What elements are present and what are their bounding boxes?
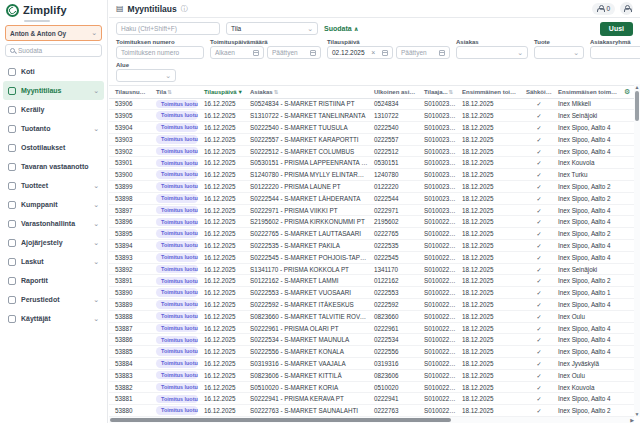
scroll-up-icon[interactable]: ▲ [635,84,640,90]
table-row[interactable]: 53901Toimitus luotu16.12.2025S0530151 - … [109,157,634,169]
cell-order-date: 16.12.2025 [201,228,247,240]
cell-first-delivery-date: 18.12.2025 [459,157,523,169]
sidebar-item-ostotilaukset[interactable]: Ostotilaukset [3,138,104,157]
cell-order-date: 16.12.2025 [201,181,247,193]
column-header-gear[interactable]: ⚙ [621,86,634,98]
cell-first-delivery-location: Inex Kouvola [555,157,621,169]
order-date-from-input[interactable]: 02.12.2025 × [327,46,393,59]
sidebar-item-keräily[interactable]: Keräily [3,100,104,119]
cell-first-delivery-location: Inex Sipoo, Aalto 4 [555,216,621,228]
table-row[interactable]: 53884Toimitus luotu16.12.2025S0319316 - … [109,358,634,370]
sidebar-item-ajojärjestely[interactable]: Ajojärjestely⌄ [3,233,104,252]
table-row[interactable]: 53902Toimitus luotu16.12.2025S0222512 - … [109,145,634,157]
vertical-scroll-thumb[interactable] [635,91,639,121]
table-row[interactable]: 53887Toimitus luotu16.12.2025S0222961 - … [109,322,634,334]
info-icon[interactable]: ⓘ [181,5,188,12]
table-row[interactable]: 53883Toimitus luotu16.12.2025S0823606 - … [109,369,634,381]
sidebar-item-laskut[interactable]: Laskut⌄ [3,252,104,271]
product-select[interactable]: ⌄ [534,46,584,59]
column-header-nro[interactable]: Tilausnumero⇅ [109,86,153,98]
column-header-tilaaja[interactable]: Tilaaja...⇅ [421,86,459,98]
horizontal-scroll-thumb[interactable] [110,418,451,422]
cell-external-customer: 0524834 [371,98,421,110]
cell-first-delivery-location: Inex Sipoo, Aalto 2 [555,228,621,240]
customer-select[interactable]: ⌄ [456,46,528,59]
column-header-ulkoinen[interactable]: Ulkoinen asiakas...⇅ [371,86,421,98]
sidebar-item-varastonhallinta[interactable]: Varastonhallinta⌄ [3,214,104,233]
dispatch-icon [8,239,16,247]
table-row[interactable]: 53905Toimitus luotu16.12.2025S1310722 - … [109,110,634,122]
table-row[interactable]: 53897Toimitus luotu16.12.2025S0222971 - … [109,204,634,216]
cell-actions [621,275,634,287]
topbar: ▤ Myyntitilaus ⓘ 0 [109,0,640,18]
cell-order-date: 16.12.2025 [201,169,247,181]
delivery-number-input[interactable]: Toimituksen numero [116,46,204,59]
avatar-button[interactable] [620,2,633,15]
scroll-down-icon[interactable]: ▼ [635,411,640,417]
table-row[interactable]: 53894Toimitus luotu16.12.2025S0222535 - … [109,240,634,252]
column-header-toimitus_pvm[interactable]: Ensimmäinen toimituspäivä⇅ [459,86,523,98]
sidebar-item-tavaran-vastaanotto[interactable]: Tavaran vastaanotto [3,157,104,176]
sidebar-item-label: Tuotanto [21,125,50,132]
table-row[interactable]: 53893Toimitus luotu16.12.2025S0222545 - … [109,251,634,263]
table-row[interactable]: 53892Toimitus luotu16.12.2025S1341170 - … [109,263,634,275]
table-row[interactable]: 53904Toimitus luotu16.12.2025S0222540 - … [109,122,634,134]
status-badge: Toimitus luotu [156,383,198,391]
scroll-right-icon[interactable]: ▶ [630,417,634,423]
cell-customer: S0510020 - S-MARKET KORIA [247,381,371,393]
order-date-to-input[interactable]: Päättyen [396,46,450,59]
table-row[interactable]: 53895Toimitus luotu16.12.2025S0222765 - … [109,228,634,240]
table-row[interactable]: 53899Toimitus luotu16.12.2025S0122220 - … [109,181,634,193]
table-row[interactable]: 53888Toimitus luotu16.12.2025S0823660 - … [109,310,634,322]
status-select[interactable]: Tila ⌄ [226,22,318,35]
sidebar-item-perustiedot[interactable]: Perustiedot⌄ [3,290,104,309]
horizontal-scrollbar[interactable]: ▶ [109,417,634,423]
sidebar-item-koti[interactable]: Koti [3,62,104,81]
table-row[interactable]: 53900Toimitus luotu16.12.2025S1240780 - … [109,169,634,181]
sidebar-item-tuotanto[interactable]: Tuotanto⌄ [3,119,104,138]
table-row[interactable]: 53890Toimitus luotu16.12.2025S0222553 - … [109,287,634,299]
sidebar-item-raportit[interactable]: Raportit [3,271,104,290]
search-input[interactable]: Haku (Ctrl+Shift+F) [116,22,220,35]
sidebar-item-kumppanit[interactable]: Kumppanit⌄ [3,195,104,214]
column-settings-icon[interactable]: ⚙ [624,88,630,95]
column-header-pvm[interactable]: Tilauspäivä▼ [201,86,247,98]
column-header-sahkoinen[interactable]: Sähköin...⇅ [523,86,555,98]
table-row[interactable]: 53882Toimitus luotu16.12.2025S0510020 - … [109,381,634,393]
table-row[interactable]: 53891Toimitus luotu16.12.2025S0122162 - … [109,275,634,287]
logo[interactable]: Zimplify [0,0,107,19]
table-row[interactable]: 53903Toimitus luotu16.12.2025S0222557 - … [109,133,634,145]
table-row[interactable]: 53889Toimitus luotu16.12.2025S0222592 - … [109,299,634,311]
sidebar-item-myyntitilaus[interactable]: Myyntitilaus⌄ [3,81,104,100]
goods-receipt-icon [8,163,16,171]
column-header-toimipiste[interactable]: Ensimmäisen toimituksei [555,86,621,98]
table-row[interactable]: 53906Toimitus luotu16.12.2025S0524834 - … [109,98,634,110]
new-order-button[interactable]: Uusi [600,22,633,36]
table-row[interactable]: 53886Toimitus luotu16.12.2025S0222534 - … [109,334,634,346]
notification-count-pill[interactable]: 0 [592,3,615,15]
company-selector[interactable]: Anton & Anton Oy ⌄ [5,25,102,41]
table-row[interactable]: 53898Toimitus luotu16.12.2025S0222544 - … [109,192,634,204]
sidebar-item-label: Käyttäjät [21,315,51,322]
customer-group-select[interactable]: ⌄ [590,46,640,59]
vertical-scrollbar[interactable]: ▲ ▼ [634,84,640,417]
products-icon [8,182,16,190]
cell-status: Toimitus luotu [153,299,201,311]
table-row[interactable]: 53896Toimitus luotu16.12.2025S2195602 - … [109,216,634,228]
cell-customer: S0222592 - S-MARKET ITÄKESKUS [247,299,371,311]
table-row[interactable]: 53885Toimitus luotu16.12.2025S0222556 - … [109,346,634,358]
sidebar-item-tuotteet[interactable]: Tuotteet⌄ [3,176,104,195]
filter-toggle-link[interactable]: Suodata ∧ [324,25,359,32]
area-select[interactable]: ⌄ [116,69,176,82]
cell-first-delivery-date: 18.12.2025 [459,263,523,275]
status-badge: Toimitus luotu [156,288,198,296]
sidebar-item-käyttäjät[interactable]: Käyttäjät⌄ [3,309,104,328]
delivery-date-from-input[interactable]: Alkaen [210,46,264,59]
cell-external-customer: 0530151 [371,157,421,169]
table-row[interactable]: 53880Toimitus luotu16.12.2025S0222763 - … [109,405,634,417]
delivery-date-to-input[interactable]: Päättyen [267,46,321,59]
sidebar-search-input[interactable]: Suodata [5,44,102,57]
table-row[interactable]: 53881Toimitus luotu16.12.2025S0222941 - … [109,393,634,405]
column-header-asiakas[interactable]: Asiakas⇅ [247,86,371,98]
column-header-tila[interactable]: Tila⇅ [153,86,201,98]
